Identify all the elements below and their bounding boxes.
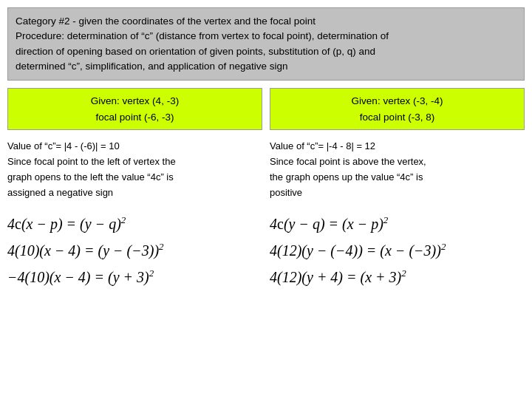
left-value-text: Value of “c”= |4 - (-6)| = 10 bbox=[7, 139, 262, 154]
left-col: Given: vertex (4, -3) focal point (-6, -… bbox=[7, 88, 262, 392]
left-formula-1: 4c(x − p) = (y − q)2 bbox=[7, 212, 262, 236]
right-math: 4c(y − q) = (x − p)2 4(12)(y − (−4)) = (… bbox=[270, 212, 525, 289]
page: Category #2 - given the coordinates of t… bbox=[0, 0, 532, 399]
left-since-text: Since focal point to the left of vertex … bbox=[7, 154, 262, 170]
header-line4: determined “c”, simplification, and appl… bbox=[16, 59, 516, 74]
left-formula-3: −4(10)(x − 4) = (y + 3)2 bbox=[7, 265, 262, 289]
header-line1: Category #2 - given the coordinates of t… bbox=[16, 14, 516, 29]
left-graph-text: graph opens to the left the value “4c” i… bbox=[7, 170, 262, 185]
right-graph-text: the graph opens up the value “4c” is bbox=[270, 170, 525, 185]
right-formula-1: 4c(y − q) = (x − p)2 bbox=[270, 212, 525, 236]
header-line3: direction of opening based on orientatio… bbox=[16, 44, 516, 59]
right-given-line2: focal point (-3, 8) bbox=[278, 109, 516, 126]
header-line2: Procedure: determination of “c” (distanc… bbox=[16, 29, 516, 44]
right-since-text: Since focal point is above the vertex, bbox=[270, 154, 525, 170]
right-formula-3: 4(12)(y + 4) = (x + 3)2 bbox=[270, 265, 525, 289]
left-value: Value of “c”= |4 - (-6)| = 10 Since foca… bbox=[7, 136, 262, 203]
right-assigned-text: positive bbox=[270, 185, 525, 201]
right-given-line1: Given: vertex (-3, -4) bbox=[278, 93, 516, 109]
left-math: 4c(x − p) = (y − q)2 4(10)(x − 4) = (y −… bbox=[7, 212, 262, 289]
left-given-box: Given: vertex (4, -3) focal point (-6, -… bbox=[7, 88, 262, 130]
right-value-text: Value of “c”= |-4 - 8| = 12 bbox=[270, 139, 525, 154]
right-formula-2: 4(12)(y − (−4)) = (x − (−3))2 bbox=[270, 239, 525, 262]
header-box: Category #2 - given the coordinates of t… bbox=[7, 7, 525, 81]
left-assigned-text: assigned a negative sign bbox=[7, 185, 262, 201]
right-value: Value of “c”= |-4 - 8| = 12 Since focal … bbox=[270, 136, 525, 203]
content-row: Given: vertex (4, -3) focal point (-6, -… bbox=[7, 88, 525, 392]
right-col: Given: vertex (-3, -4) focal point (-3, … bbox=[270, 88, 525, 392]
left-given-line2: focal point (-6, -3) bbox=[16, 109, 254, 126]
left-formula-2: 4(10)(x − 4) = (y − (−3))2 bbox=[7, 239, 262, 262]
left-given-line1: Given: vertex (4, -3) bbox=[16, 93, 254, 109]
right-given-box: Given: vertex (-3, -4) focal point (-3, … bbox=[270, 88, 525, 130]
